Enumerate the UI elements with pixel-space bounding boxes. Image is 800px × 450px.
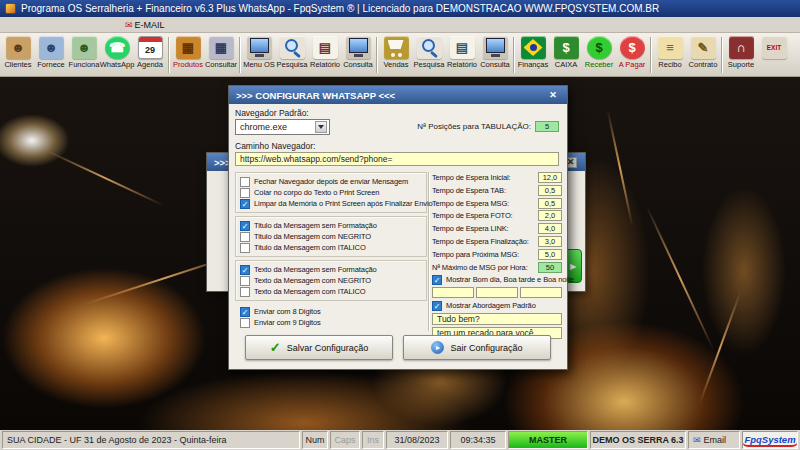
contract-icon: ✎ [691,36,716,59]
toolbar-button[interactable]: ☻ Clientes [2,34,34,69]
greeting-input[interactable] [476,287,518,298]
toolbar-button[interactable]: ✎ Contrato [687,34,719,69]
menu-item[interactable] [90,17,100,33]
toolbar-button[interactable]: ☻ Fornece [35,34,67,69]
status-location: SUA CIDADE - UF 31 de Agosto de 2023 - Q… [2,431,300,449]
approach-checkbox[interactable] [432,301,442,311]
checkbox[interactable] [240,221,250,231]
toolbar-button[interactable]: ▤ Relatório [309,34,341,69]
toolbar-button[interactable]: ▤ Relatório [446,34,478,69]
option-row[interactable]: Fechar Navegador depois de enviar Mensag… [240,176,422,187]
browser-path-input[interactable]: https://web.whatsapp.com/send?phone= [235,152,559,166]
checkbox-label: Texto da Mensagem com NEGRITO [254,276,371,285]
approach-toggle[interactable]: Mostrar Abordagem Padrão [432,300,562,311]
option-row[interactable]: Limpar da Memória o Print Screen após Fi… [240,198,422,209]
checkbox-label: Fechar Navegador depois de enviar Mensag… [254,177,408,186]
exit-config-button[interactable]: ▸ Sair Configuração [403,335,551,360]
greetings-checkbox[interactable] [432,275,442,285]
timer-value-input[interactable]: 0,5 [538,185,562,196]
calendar-icon: 29 [138,36,163,59]
tabulation-input[interactable]: 5 [535,121,559,132]
approach-line1-input[interactable]: Tudo bem? [432,313,562,325]
toolbar-button[interactable]: ≡ Recibo [654,34,686,69]
browser-select[interactable]: chrome.exe [235,119,330,135]
status-email-button[interactable]: ✉ Email [688,431,740,449]
checkbox[interactable] [240,232,250,242]
dialog-titlebar: >>> CONFIGURAR WHATSAPP <<< ✕ [229,86,567,104]
timer-value-input[interactable]: 4,0 [538,223,562,234]
checkbox[interactable] [240,318,250,328]
toolbar-button[interactable]: Vendas [380,34,412,69]
greeting-input[interactable] [520,287,562,298]
check-icon: ✓ [270,340,281,355]
menu-item[interactable] [0,17,10,33]
toolbar-button[interactable]: ☎ WhatsApp [101,34,133,69]
chevron-down-icon[interactable] [315,121,327,133]
toolbar-button[interactable]: Consulta [479,34,511,69]
support-headset-icon: ∩ [729,36,754,59]
toolbar-button[interactable]: Menu OS [243,34,275,69]
timer-value-input[interactable]: 0,5 [538,198,562,209]
menu-item[interactable] [100,17,110,33]
option-row[interactable]: Titulo da Mensagem com ITALICO [240,242,422,253]
clients-icon: ☻ [6,36,31,59]
menu-item[interactable] [40,17,50,33]
option-row[interactable]: Texto da Mensagem sem Formatação [240,264,422,275]
menu-item[interactable] [70,17,80,33]
toolbar-button[interactable]: Consulta [342,34,374,69]
menu-item[interactable] [10,17,20,33]
menu-item[interactable] [20,17,30,33]
window-titlebar: Programa OS Serralheria + Financeiro v6.… [0,0,800,17]
toolbar-button[interactable]: 29 Agenda [134,34,166,69]
menu-item-email[interactable]: ✉ E-MAIL [120,17,170,33]
greetings-toggle[interactable]: Mostrar Bom dia, Boa tarde e Boa noite [432,274,562,285]
checkbox[interactable] [240,177,250,187]
checkbox[interactable] [240,287,250,297]
menu-item[interactable] [60,17,70,33]
browser-path-label: Caminho Navegador: [235,141,315,151]
option-row[interactable]: Colar no corpo do Texto o Print Screen [240,187,422,198]
menu-item[interactable] [50,17,60,33]
greeting-input[interactable] [432,287,474,298]
timer-value-input[interactable]: 3,0 [538,236,562,247]
toolbar-button[interactable]: ☻ Funciona [68,34,100,69]
option-row[interactable]: Texto da Mensagem com ITALICO [240,286,422,297]
checkbox[interactable] [240,276,250,286]
toolbar-button[interactable]: $ A Pagar [616,34,648,69]
toolbar-button[interactable]: ∩ Suporte [725,34,757,69]
checkbox[interactable] [240,199,250,209]
timer-value-input[interactable]: 50 [538,262,562,273]
option-row[interactable]: Titulo da Mensagem sem Formatação [240,220,422,231]
status-app-version: DEMO OS SERRA 6.3 [590,431,686,449]
toolbar-button[interactable]: Pesquisa [276,34,308,69]
checkbox[interactable] [240,265,250,275]
save-config-button[interactable]: ✓ Salvar Configuração [245,335,393,360]
menu-item[interactable] [30,17,40,33]
checkbox[interactable] [240,243,250,253]
toolbar-button[interactable]: Pesquisa [413,34,445,69]
checkbox[interactable] [240,188,250,198]
toolbar-button[interactable]: $ Receber [583,34,615,69]
toolbar-button[interactable]: EXIT [758,34,790,60]
money-receive-icon: $ [587,36,612,59]
timer-value-input[interactable]: 5,0 [538,249,562,260]
checkbox[interactable] [240,307,250,317]
option-row[interactable]: Texto da Mensagem com NEGRITO [240,275,422,286]
toolbar-button-label: Contrato [689,60,718,69]
option-row[interactable]: Enviar com 8 Digitos [240,306,422,317]
option-row[interactable]: Titulo da Mensagem com NEGRITO [240,231,422,242]
toolbar-button[interactable]: ▦ Produtos [172,34,204,69]
toolbar-button[interactable]: Finanças [517,34,549,69]
timer-value-input[interactable]: 12,0 [538,172,562,183]
cash-register-icon: $ [554,36,579,59]
menu-item[interactable] [110,17,120,33]
menu-item[interactable] [80,17,90,33]
toolbar-button[interactable]: ▦ Consultar [205,34,237,69]
checkbox-label: Texto da Mensagem sem Formatação [254,265,377,274]
timer-value-input[interactable]: 2,0 [538,210,562,221]
toolbar-button[interactable]: $ CAIXA [550,34,582,69]
timer-row: Tempo de Espera MSG: 0,5 [432,198,562,209]
options-column: Fechar Navegador depois de enviar Mensag… [235,172,427,330]
dialog-close-button[interactable]: ✕ [546,89,560,101]
option-row[interactable]: Enviar com 9 Digitos [240,317,422,328]
